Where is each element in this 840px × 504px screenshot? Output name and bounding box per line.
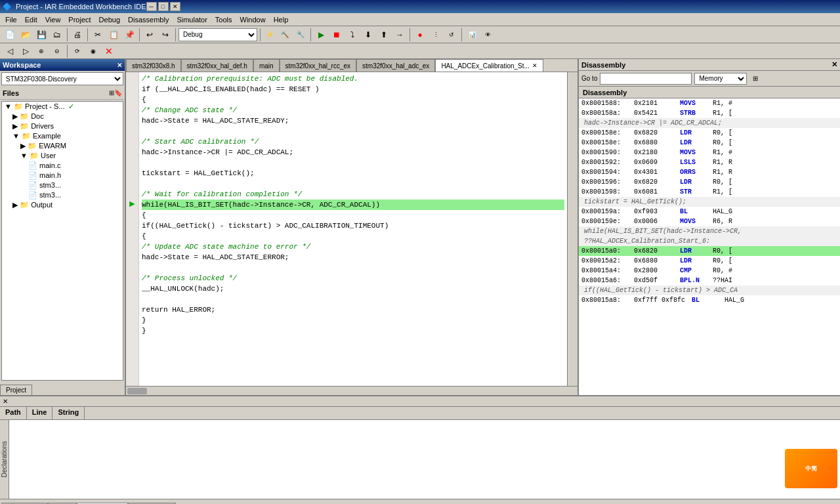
bp-list-button[interactable]: ⋮ bbox=[429, 28, 443, 42]
disasm-line-18: 0x80015a6: 0xd50f BPL.N ??HAI bbox=[579, 276, 840, 285]
watch-button[interactable]: 👁 bbox=[480, 28, 495, 42]
disassembly-title-row: Disassembly bbox=[579, 87, 840, 98]
tab-hal-adcex-calib[interactable]: HAL_ADCEx_Calibration_St... ✕ bbox=[435, 59, 543, 72]
tab-hal-def[interactable]: stm32f0xx_hal_def.h bbox=[181, 59, 253, 72]
menu-disassembly[interactable]: Disassembly bbox=[124, 14, 173, 25]
step-out-button[interactable]: ⬆ bbox=[377, 28, 391, 42]
menu-edit[interactable]: Edit bbox=[21, 14, 41, 25]
editor-tabs: stm32f030x8.h stm32f0xx_hal_def.h main s… bbox=[126, 59, 578, 72]
ewarm-expand-icon: ▶ bbox=[20, 142, 26, 150]
debug-go-button[interactable]: ▶ bbox=[314, 28, 328, 42]
open-mem-button[interactable]: 📊 bbox=[465, 28, 479, 42]
reset-button[interactable]: ↺ bbox=[444, 28, 459, 42]
maximize-button[interactable]: □ bbox=[158, 2, 169, 11]
tree-ewarm[interactable]: ▶ 📁 EWARM bbox=[2, 141, 123, 151]
build-button[interactable]: 🔨 bbox=[278, 28, 292, 42]
gutter-line-18 bbox=[126, 261, 139, 272]
editor-scrollbar[interactable] bbox=[567, 72, 578, 386]
menu-simulator[interactable]: Simulator bbox=[173, 14, 211, 25]
back-button[interactable]: ◁ bbox=[3, 44, 17, 58]
disasm-line-1: 0x800158a: 0x5421 STRB R1, [ bbox=[579, 108, 840, 118]
tab-hal-rcc-ex[interactable]: stm32f0xx_hal_rcc_ex bbox=[280, 59, 357, 72]
menu-window[interactable]: Window bbox=[236, 14, 270, 25]
tree-stm32[interactable]: 📄 stm3... bbox=[2, 190, 123, 200]
menu-help[interactable]: Help bbox=[270, 14, 293, 25]
stop-button[interactable]: ⏹ bbox=[329, 28, 344, 42]
tab-close-icon[interactable]: ✕ bbox=[532, 62, 537, 69]
tree-drivers[interactable]: ▶ 📁 Drivers bbox=[2, 121, 123, 131]
close-button[interactable]: ✕ bbox=[170, 2, 180, 11]
menu-project[interactable]: Project bbox=[64, 14, 94, 25]
compile-button[interactable]: ⚡ bbox=[263, 28, 276, 42]
filter-icon[interactable]: ⊞ bbox=[109, 89, 114, 96]
forward-button[interactable]: ▷ bbox=[18, 44, 33, 58]
rebuild-button[interactable]: 🔧 bbox=[293, 28, 308, 42]
menu-tools[interactable]: Tools bbox=[211, 14, 236, 25]
save-all-button[interactable]: 🗂 bbox=[50, 28, 64, 42]
tab-hal-adc-ex[interactable]: stm32f0xx_hal_adc_ex bbox=[356, 59, 435, 72]
gutter-line-9 bbox=[126, 167, 139, 177]
editor-hscroll[interactable] bbox=[126, 386, 578, 395]
save-button[interactable]: 💾 bbox=[34, 28, 49, 42]
config-dropdown[interactable]: Debug bbox=[178, 28, 257, 41]
tree-output[interactable]: ▶ 📁 Output bbox=[2, 200, 123, 210]
next-stmt-button[interactable]: → bbox=[392, 28, 407, 42]
tree-mainc[interactable]: 📄 main.c bbox=[2, 161, 123, 171]
file-tree: ▼ 📁 Project - S... ✓ ▶ 📁 Doc ▶ 📁 Drivers… bbox=[1, 101, 123, 381]
workspace-close-button[interactable]: ✕ bbox=[117, 62, 122, 69]
tree-stm31[interactable]: 📄 stm3... bbox=[2, 180, 123, 190]
tree-project-root[interactable]: ▼ 📁 Project - S... ✓ bbox=[2, 102, 123, 112]
cut-button[interactable]: ✂ bbox=[91, 28, 105, 42]
step-over-button[interactable]: ⤵ bbox=[345, 28, 360, 42]
code-line-11: /* Wait for calibration completion */ bbox=[142, 189, 564, 200]
paste-button[interactable]: 📌 bbox=[122, 28, 136, 42]
memory-dropdown[interactable]: Memory bbox=[694, 73, 747, 85]
disasm-line-12: 0x800159e: 0x0006 MOVS R6, R bbox=[579, 217, 840, 226]
menu-file[interactable]: File bbox=[1, 14, 21, 25]
gutter-line-2 bbox=[126, 93, 139, 104]
workspace-config-dropdown[interactable]: STM32F0308-Discovery bbox=[1, 72, 123, 85]
bottom-close-button[interactable]: ✕ bbox=[0, 398, 10, 405]
disasm-line-15: 0x80015a0: 0x6820 LDR R0, [ bbox=[579, 246, 840, 256]
bottom-tabs: Debug Log Build Declarations References bbox=[0, 499, 840, 504]
t7-btn[interactable]: ✕ bbox=[102, 44, 116, 58]
copy-button[interactable]: 📋 bbox=[106, 28, 121, 42]
tree-mainh[interactable]: 📄 main.h bbox=[2, 171, 123, 180]
code-gutter: ► bbox=[126, 72, 139, 386]
menu-view[interactable]: View bbox=[41, 14, 65, 25]
t3-btn[interactable]: ⊕ bbox=[34, 44, 49, 58]
minimize-button[interactable]: ─ bbox=[146, 2, 157, 11]
code-editor[interactable]: /* Calibration prerequisite: ADC must be… bbox=[139, 72, 567, 386]
code-line-0: /* Calibration prerequisite: ADC must be… bbox=[142, 74, 564, 84]
disassembly-toolbar: Go to Memory ⊞ bbox=[579, 71, 840, 87]
t5-btn[interactable]: ⟳ bbox=[70, 44, 85, 58]
disasm-refresh-button[interactable]: ⊞ bbox=[749, 73, 761, 85]
t4-btn[interactable]: ⊖ bbox=[50, 44, 64, 58]
watermark: 中简 bbox=[785, 449, 837, 488]
gutter-line-13 bbox=[126, 209, 139, 219]
tab-main[interactable]: main bbox=[253, 59, 280, 72]
redo-button[interactable]: ↪ bbox=[158, 28, 173, 42]
undo-button[interactable]: ↩ bbox=[142, 28, 157, 42]
menu-debug[interactable]: Debug bbox=[95, 14, 124, 25]
new-button[interactable]: 📄 bbox=[3, 28, 17, 42]
toggle-bp-button[interactable]: ● bbox=[413, 28, 427, 42]
goto-input[interactable] bbox=[600, 73, 692, 85]
code-line-14: if((HAL_GetTick() - tickstart) > ADC_CAL… bbox=[142, 220, 564, 231]
disasm-line-14: ??HAL_ADCEx_Calibration_Start_6: bbox=[579, 236, 840, 246]
print-button[interactable]: 🖨 bbox=[70, 28, 85, 42]
tree-user[interactable]: ▼ 📁 User bbox=[2, 151, 123, 161]
gutter-line-17 bbox=[126, 251, 139, 261]
mainc-file-icon: 📄 bbox=[28, 161, 37, 169]
code-line-9: tickstart = HAL_GetTick(); bbox=[142, 168, 564, 178]
t6-btn[interactable]: ◉ bbox=[86, 44, 100, 58]
open-button[interactable]: 📂 bbox=[18, 28, 33, 42]
project-tab[interactable]: Project bbox=[0, 385, 32, 395]
tree-example[interactable]: ▼ 📁 Example bbox=[2, 131, 123, 141]
bookmark-icon[interactable]: 🔖 bbox=[114, 89, 122, 96]
tab-stm32f030x8[interactable]: stm32f030x8.h bbox=[126, 59, 181, 72]
tree-doc[interactable]: ▶ 📁 Doc bbox=[2, 112, 123, 121]
disassembly-close-button[interactable]: ✕ bbox=[831, 60, 837, 69]
step-into-button[interactable]: ⬇ bbox=[361, 28, 375, 42]
sep-t1 bbox=[67, 45, 68, 58]
